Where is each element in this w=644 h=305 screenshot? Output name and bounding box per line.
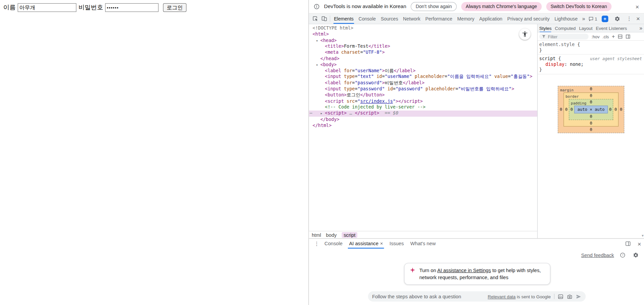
name-input[interactable] — [18, 3, 77, 12]
dom-node[interactable]: <!DOCTYPE html> — [309, 26, 537, 32]
attach-image-icon[interactable] — [558, 294, 563, 299]
kebab-icon: ⋮ — [314, 241, 319, 246]
settings-gear-icon[interactable] — [613, 14, 622, 23]
tab-computed[interactable]: Computed — [553, 24, 578, 32]
dom-node[interactable]: <input type="password" id="password" pla… — [309, 86, 537, 92]
dom-node[interactable]: <title>Form-Test</title> — [309, 44, 537, 50]
dom-tree: <!DOCTYPE html><html>▾<head><title>Form-… — [309, 26, 537, 129]
ai-settings-gear-icon[interactable] — [631, 251, 640, 260]
device-toolbar-button[interactable] — [320, 14, 329, 23]
tab-memory[interactable]: Memory — [455, 13, 477, 24]
dom-node[interactable]: <input type="text" id="userName" placeho… — [309, 74, 537, 80]
dom-node[interactable]: <label for="userName">이름</label> — [309, 68, 537, 74]
collapse-icon[interactable]: ▾ — [316, 38, 320, 44]
toolbar-right-group: 1 ⋮ × — [589, 14, 642, 23]
breadcrumb-body[interactable]: body — [326, 232, 337, 237]
tab-elements[interactable]: Elements — [331, 13, 356, 24]
dont-show-again-button[interactable]: Don't show again — [411, 2, 457, 11]
dom-node[interactable]: <label for="password">비밀번호</label> — [309, 80, 537, 86]
ask-question-input[interactable]: Follow the steps above to ask a question… — [368, 291, 586, 302]
login-button[interactable]: 로그인 — [163, 3, 187, 12]
dom-node[interactable]: <meta charset="UTF-8"> — [309, 50, 537, 56]
password-input[interactable] — [105, 3, 158, 12]
toggle-element-state-button[interactable]: :hov — [591, 34, 599, 39]
css-property-value[interactable]: none; — [570, 61, 584, 67]
dom-node[interactable]: <html> — [309, 32, 537, 38]
css-property-name[interactable]: display — [545, 61, 564, 67]
dock-panel-button[interactable] — [624, 239, 633, 248]
computed-styles-pane-icon[interactable] — [618, 34, 623, 39]
tab-console[interactable]: Console — [321, 239, 346, 249]
node-menu-icon[interactable]: ⋯ — [310, 111, 312, 117]
tab-application[interactable]: Application — [477, 13, 505, 24]
accessibility-person-button[interactable] — [519, 28, 531, 40]
tab-performance[interactable]: Performance — [423, 13, 455, 24]
breadcrumb-html[interactable]: html — [312, 232, 321, 237]
collapse-icon[interactable]: ▾ — [316, 62, 320, 68]
ai-settings-link[interactable]: AI assistance in Settings — [437, 267, 491, 273]
help-button[interactable]: ? — [618, 251, 627, 260]
dom-node[interactable]: </body> — [309, 117, 537, 123]
border-label: border — [565, 94, 579, 100]
box-model-section: margin0 0 border0 0 padding0 — [538, 86, 644, 133]
more-panels-button[interactable]: » — [580, 15, 587, 21]
element-classes-button[interactable]: .cls — [602, 34, 609, 39]
close-notification-icon[interactable]: × — [636, 3, 639, 9]
script-style-rule[interactable]: script { user agent stylesheet display: … — [538, 55, 644, 74]
more-style-tabs-button[interactable]: » — [637, 25, 644, 31]
tab-layout[interactable]: Layout — [577, 24, 594, 32]
dom-node[interactable]: <button>로그인</button> — [309, 92, 537, 98]
close-drawer-icon[interactable]: × — [638, 241, 641, 247]
tab-label: Privacy and security — [507, 16, 550, 21]
tab-privacy-and-security[interactable]: Privacy and security — [505, 13, 552, 24]
switch-korean-button[interactable]: Switch DevTools to Korean — [546, 2, 611, 11]
privacy-text: Relevant data is sent to Google — [488, 294, 551, 299]
tab-label: Performance — [425, 16, 453, 21]
new-style-rule-button[interactable]: + — [612, 33, 615, 39]
screenshot-camera-icon[interactable] — [567, 294, 572, 299]
match-language-button[interactable]: Always match Chrome's language — [461, 2, 542, 11]
tab-ai-assistance[interactable]: AI assistance× — [346, 239, 386, 249]
box-model-padding[interactable]: padding0 0 auto × auto 0 0 — [569, 99, 613, 120]
box-model-content[interactable]: auto × auto — [574, 105, 608, 114]
dom-node[interactable]: </head> — [309, 56, 537, 62]
expand-icon[interactable]: ▸ — [320, 111, 325, 117]
dom-node[interactable]: ▾<body> — [309, 62, 537, 68]
close-devtools-icon[interactable]: × — [636, 15, 640, 21]
tab-styles[interactable]: Styles — [538, 24, 553, 32]
inline-style-rule[interactable]: element.style { } — [538, 41, 644, 55]
inline-style-selector: element.style — [539, 42, 574, 47]
ai-assistance-icon[interactable] — [602, 15, 608, 22]
breadcrumb-script[interactable]: script — [341, 232, 357, 237]
tab-label: Lighthouse — [554, 16, 578, 21]
more-options-kebab-icon[interactable]: ⋮ — [627, 16, 632, 21]
dom-node[interactable]: ▾<head> — [309, 38, 537, 44]
tab-what-s-new[interactable]: What's new — [407, 239, 439, 249]
dom-node[interactable]: <!-- Code injected by live-server --> — [309, 104, 537, 111]
tab-lighthouse[interactable]: Lighthouse — [552, 13, 580, 24]
tab-event-listeners[interactable]: Event Listeners — [594, 24, 629, 32]
inspect-element-button[interactable] — [311, 14, 320, 23]
send-message-icon[interactable] — [576, 294, 582, 299]
name-label: 이름 — [3, 4, 16, 11]
console-message-indicator[interactable]: 1 — [589, 16, 597, 21]
drawer-menu-button[interactable]: ⋮ — [312, 239, 321, 248]
close-tab-icon[interactable]: × — [380, 241, 383, 247]
relevant-data-link[interactable]: Relevant data — [488, 294, 516, 299]
styles-tabs: StylesComputedLayoutEvent Listeners — [538, 24, 629, 32]
tab-network[interactable]: Network — [401, 13, 423, 24]
box-model-margin[interactable]: margin0 0 border0 0 padding0 — [558, 86, 624, 133]
send-feedback-link[interactable]: Send feedback — [581, 252, 614, 258]
dom-node[interactable]: <script src="src/index.js"></script> — [309, 98, 537, 104]
notification-message: DevTools is now available in Korean — [324, 4, 406, 9]
sidebar-layout-icon[interactable] — [626, 34, 631, 39]
dom-node-selected[interactable]: ⋯▸<script> … </script> == $0 — [309, 111, 537, 117]
tab-issues[interactable]: Issues — [386, 239, 407, 249]
styles-sidebar: StylesComputedLayoutEvent Listeners » Fi… — [537, 24, 644, 238]
dom-node[interactable]: </html> — [309, 123, 537, 129]
scrollbar-arrow-icon[interactable]: ▾ — [642, 233, 644, 237]
tab-console[interactable]: Console — [356, 13, 378, 24]
styles-filter-input[interactable]: Filter — [539, 34, 589, 39]
tab-sources[interactable]: Sources — [378, 13, 401, 24]
box-model-border[interactable]: border0 0 padding0 0 auto × auto — [563, 92, 618, 127]
